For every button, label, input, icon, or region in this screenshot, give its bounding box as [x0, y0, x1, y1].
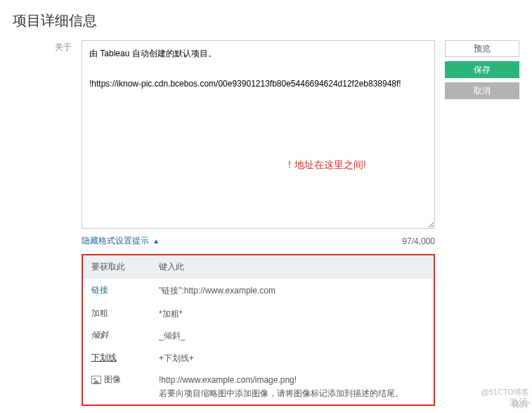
description-textarea[interactable] [82, 40, 435, 229]
char-counter: 97/4,000 [402, 236, 435, 246]
hint-row-image: 图像 !http://www.example.com/image.png! 若要… [83, 369, 434, 405]
save-button[interactable]: 保存 [445, 61, 519, 78]
hide-format-hint-link[interactable]: 隐藏格式设置提示 ▲ [82, 235, 160, 247]
hint-label-italic: 倾斜 [91, 330, 108, 340]
hint-value-image: !http://www.example.com/image.png! 若要向项目… [150, 369, 434, 405]
hint-value-underline: +下划线+ [150, 348, 434, 369]
image-icon [91, 376, 101, 384]
hint-label-link: 链接 [91, 285, 108, 295]
hint-label-bold: 加粗 [91, 308, 108, 318]
about-label: 关于 [13, 40, 72, 406]
hint-value-italic: _倾斜_ [150, 325, 434, 347]
hints-header-left: 要获取此 [83, 255, 150, 279]
hint-row-bold: 加粗 *加粗* [83, 303, 434, 325]
hint-value-bold: *加粗* [150, 303, 434, 325]
format-hints-header: 要获取此 键入此 [83, 255, 434, 279]
format-hints-panel: 要获取此 键入此 链接 "链接":http://www.example.com … [82, 254, 435, 406]
hide-format-hint-text: 隐藏格式设置提示 [82, 236, 149, 246]
hint-row-underline: 下划线 +下划线+ [83, 348, 434, 369]
caret-up-icon: ▲ [153, 237, 160, 245]
cancel-button[interactable]: 取消 [445, 82, 519, 99]
hints-header-right: 键入此 [150, 255, 434, 279]
hint-label-underline: 下划线 [91, 352, 117, 362]
hint-label-image: 图像 [104, 374, 121, 384]
preview-button[interactable]: 预览 [445, 40, 519, 57]
hint-value-link: "链接":http://www.example.com [150, 279, 434, 303]
hint-row-link: 链接 "链接":http://www.example.com [83, 279, 434, 303]
hint-row-italic: 倾斜 _倾斜_ [83, 325, 434, 347]
page-title: 项目详细信息 [13, 11, 519, 30]
